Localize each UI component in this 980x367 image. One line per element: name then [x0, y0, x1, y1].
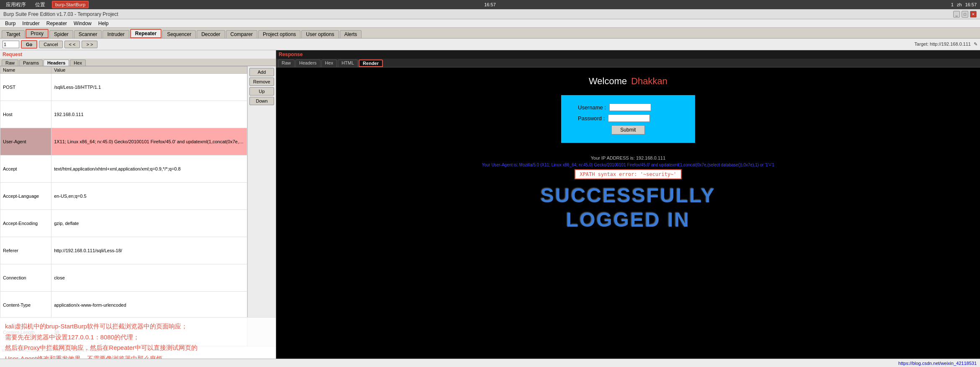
response-content[interactable]: Welcome Dhakkan Username : Password : Su…	[276, 67, 980, 367]
header-row-accept-encoding[interactable]: Accept-Encoding gzip, deflate	[0, 210, 247, 237]
menu-bar: Burp Intruder Repeater Window Help	[0, 19, 980, 28]
tab-number-input[interactable]	[3, 41, 19, 48]
response-tab-render[interactable]: Render	[359, 59, 383, 67]
tab-spider[interactable]: Spider	[49, 30, 73, 38]
col-value-header: Value	[51, 67, 247, 74]
repeater-controls: Go Cancel < < > > Target: http://192.168…	[0, 39, 980, 50]
side-buttons: Add Remove Up Down	[247, 66, 276, 346]
nav-fwd-button[interactable]: > >	[82, 41, 97, 48]
response-tab-headers[interactable]: Headers	[295, 59, 321, 67]
request-panel: Request Raw Params Headers Hex Name Valu…	[0, 50, 276, 367]
header-value-host: 192.168.0.111	[51, 101, 247, 128]
minimize-button[interactable]: _	[953, 11, 960, 18]
tab-proxy[interactable]: Proxy	[26, 29, 49, 38]
edit-icon[interactable]: ✎	[974, 41, 977, 47]
username-row: Username :	[578, 103, 678, 111]
menu-burp[interactable]: Burp	[2, 20, 19, 27]
title-bar: Burp Suite Free Edition v1.7.03 - Tempor…	[0, 9, 980, 19]
header-row-accept[interactable]: Accept text/html,application/xhtml+xml,a…	[0, 155, 247, 183]
tab-project-options[interactable]: Project options	[258, 30, 300, 38]
dhakkan-text: Dhakkan	[631, 76, 667, 87]
window-controls: _ □ ✕	[953, 11, 977, 18]
header-row-content-type[interactable]: Content-Type application/x-www-form-urle…	[0, 292, 247, 319]
success-line2: LOGGED IN	[541, 208, 716, 232]
header-value-method: /sqli/Less-18/HTTP/1.1	[51, 74, 247, 101]
restore-button[interactable]: □	[962, 11, 968, 18]
main-window: Burp Suite Free Edition v1.7.03 - Tempor…	[0, 9, 980, 367]
login-box: Username : Password : Submit	[561, 95, 695, 143]
menu-help[interactable]: Help	[95, 20, 112, 27]
password-input[interactable]	[608, 114, 650, 122]
header-name-content-type: Content-Type	[0, 292, 51, 319]
up-button[interactable]: Up	[249, 87, 274, 96]
app-menu-apps[interactable]: 应用程序	[3, 1, 28, 9]
request-tab-hex[interactable]: Hex	[70, 59, 86, 66]
tab-scanner[interactable]: Scanner	[74, 30, 102, 38]
tab-repeater[interactable]: Repeater	[130, 29, 162, 38]
submit-button[interactable]: Submit	[611, 125, 644, 134]
header-row-referer[interactable]: Referer http://192.168.0.111/sqli/Less-1…	[0, 237, 247, 264]
nav-back-button[interactable]: < <	[64, 41, 80, 48]
header-row-method[interactable]: POST /sqli/Less-18/HTTP/1.1	[0, 74, 247, 101]
tab-sequencer[interactable]: Sequencer	[162, 30, 196, 38]
header-name-connection: Connection	[0, 264, 51, 292]
window-title: Burp Suite Free Edition v1.7.03 - Tempor…	[3, 11, 118, 17]
tab-comparer[interactable]: Comparer	[226, 30, 257, 38]
add-button[interactable]: Add	[249, 68, 274, 76]
taskbar-burp[interactable]: burp-StartBurp	[52, 1, 89, 8]
tab-user-options[interactable]: User options	[301, 30, 339, 38]
password-label: Password :	[578, 115, 605, 121]
down-button[interactable]: Down	[249, 97, 274, 105]
request-tab-params[interactable]: Params	[19, 59, 43, 66]
header-value-referer: http://192.168.0.111/sqli/Less-18/	[51, 237, 247, 264]
col-name-header: Name	[0, 67, 51, 74]
taskbar-right: 1 zh 16:57	[951, 2, 977, 7]
header-value-content-type: application/x-www-form-urlencoded	[51, 292, 247, 319]
request-label: Request	[0, 50, 276, 59]
content-area: Request Raw Params Headers Hex Name Valu…	[0, 50, 980, 367]
taskbar-lang[interactable]: zh	[957, 2, 962, 7]
taskbar-left: 应用程序 位置 burp-StartBurp	[3, 1, 89, 9]
header-row-host[interactable]: Host 192.168.0.111	[0, 101, 247, 128]
remove-button[interactable]: Remove	[249, 78, 274, 86]
header-row-accept-language[interactable]: Accept-Language en-US,en;q=0.5	[0, 183, 247, 210]
response-tab-html[interactable]: HTML	[338, 59, 358, 67]
cancel-button[interactable]: Cancel	[39, 41, 62, 48]
tab-target[interactable]: Target	[2, 30, 25, 38]
header-row-useragent[interactable]: User-Agent 1X11; Linux x86_64; rv:45.0) …	[0, 128, 247, 155]
target-value: http://192.168.0.111	[930, 41, 971, 47]
header-row-connection[interactable]: Connection close	[0, 264, 247, 292]
menu-repeater[interactable]: Repeater	[43, 20, 70, 27]
success-line1: SUCCESSFULLY	[541, 184, 716, 208]
response-tab-hex[interactable]: Hex	[321, 59, 337, 67]
tab-alerts[interactable]: Alerts	[340, 30, 362, 38]
response-tab-raw[interactable]: Raw	[278, 59, 295, 67]
header-value-accept-encoding: gzip, deflate	[51, 210, 247, 237]
close-button[interactable]: ✕	[970, 11, 977, 18]
go-button[interactable]: Go	[21, 40, 37, 49]
request-tab-headers[interactable]: Headers	[44, 59, 69, 66]
tab-decoder[interactable]: Decoder	[197, 30, 225, 38]
header-name-accept-language: Accept-Language	[0, 183, 51, 210]
request-tab-raw[interactable]: Raw	[2, 59, 18, 66]
status-url: https://blog.csdn.net/weixin_42118531	[898, 361, 977, 366]
menu-intruder[interactable]: Intruder	[19, 20, 43, 27]
taskbar-time: 16:57	[965, 2, 977, 7]
header-value-useragent: 1X11; Linux x86_64; rv:45.0) Gecko/20100…	[51, 128, 247, 155]
main-tabs-bar: Target Proxy Spider Scanner Intruder Rep…	[0, 28, 980, 39]
taskbar-num: 1	[951, 2, 954, 7]
target-info: Target: http://192.168.0.111 ✎	[914, 41, 977, 47]
welcome-line: Welcome Dhakkan	[589, 76, 667, 87]
username-input[interactable]	[609, 103, 651, 111]
welcome-text: Welcome	[589, 76, 627, 87]
xpath-error-box: XPATH syntax error: '~security~'	[575, 169, 681, 179]
system-clock: 16:57	[484, 2, 496, 7]
status-bar: https://blog.csdn.net/weixin_42118531	[0, 359, 980, 367]
app-menu-position[interactable]: 位置	[33, 1, 48, 9]
webpage-render: Welcome Dhakkan Username : Password : Su…	[276, 67, 980, 240]
menu-window[interactable]: Window	[70, 20, 95, 27]
ip-address-text: Your IP ADDRESS is: 192.168.0.111	[591, 155, 666, 160]
tab-intruder[interactable]: Intruder	[103, 30, 129, 38]
header-name-useragent: User-Agent	[0, 128, 51, 155]
header-name-accept-encoding: Accept-Encoding	[0, 210, 51, 237]
